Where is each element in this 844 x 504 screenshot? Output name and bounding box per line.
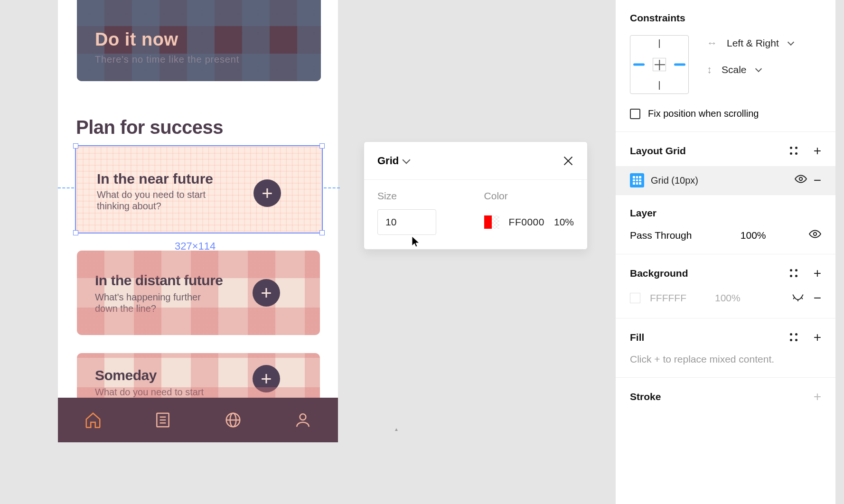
selection-handle-tl[interactable] (73, 143, 78, 149)
card-subtitle: What's happening further down the line? (95, 291, 218, 314)
background-title: Background (630, 268, 688, 279)
constraints-section: Constraints ↔ Left & Right ↕ Scale Fi (616, 0, 835, 132)
horizontal-arrow-icon: ↔ (707, 37, 717, 49)
remove-background-button[interactable]: − (814, 290, 821, 306)
card-subtitle: What do you need to start (95, 386, 204, 398)
grid-type-icon[interactable] (630, 173, 644, 187)
chevron-down-icon (755, 65, 761, 72)
background-opacity[interactable]: 100% (715, 292, 741, 304)
constraints-title: Constraints (630, 12, 821, 24)
selection-handle-br[interactable] (319, 230, 325, 235)
inspector-panel: Constraints ↔ Left & Right ↕ Scale Fi (615, 0, 835, 504)
horizontal-constraint-dropdown[interactable]: ↔ Left & Right (707, 37, 793, 49)
hero-title: Do it now (95, 29, 178, 50)
layer-section: Layer Pass Through 100% (616, 195, 835, 254)
hero-subtitle: There's no time like the present (95, 54, 239, 65)
visibility-icon[interactable] (809, 229, 821, 242)
remove-grid-button[interactable]: − (814, 173, 821, 188)
chevron-down-icon (403, 156, 411, 164)
grid-size-input[interactable] (377, 209, 436, 235)
vertical-constraint-dropdown[interactable]: ↕ Scale (707, 64, 793, 76)
globe-icon[interactable] (223, 410, 243, 430)
layer-title: Layer (630, 207, 821, 219)
background-section: Background + FFFFFF 100% − (616, 254, 835, 318)
list-icon[interactable] (153, 410, 173, 430)
background-styles-icon[interactable] (790, 269, 798, 278)
card-distant-future[interactable]: In the distant future What's happening f… (77, 251, 320, 335)
mouse-cursor (411, 235, 421, 248)
svg-point-3 (300, 414, 306, 420)
layout-grid-item[interactable]: Grid (10px) − (616, 166, 835, 195)
color-swatch[interactable] (484, 215, 499, 229)
card-near-future-selected[interactable]: In the near future What do you need to s… (75, 145, 323, 233)
card-subtitle: What do you need to start thinking about… (97, 189, 220, 212)
add-button[interactable]: + (253, 179, 281, 207)
vertical-arrow-icon: ↕ (707, 64, 712, 76)
grid-type-dropdown[interactable]: Grid (377, 155, 409, 167)
bottom-nav (58, 398, 338, 442)
fix-position-checkbox[interactable] (630, 109, 640, 119)
grid-styles-icon[interactable] (790, 147, 798, 155)
fill-title: Fill (630, 332, 644, 343)
layout-grid-section: Layout Grid + Grid (10px) − (616, 132, 835, 195)
selection-handle-tr[interactable] (319, 143, 325, 149)
card-title: In the near future (97, 171, 213, 187)
fill-section: Fill + Click + to replace mixed content. (616, 318, 835, 378)
svg-point-5 (814, 233, 817, 236)
color-hex[interactable]: FF0000 (509, 216, 544, 228)
grid-settings-popover: Grid Size Color FF0000 10% (364, 141, 588, 250)
constraints-diagram[interactable] (630, 35, 689, 94)
alignment-guide-right (324, 187, 340, 188)
add-fill-button[interactable]: + (814, 331, 821, 344)
color-label: Color (484, 190, 574, 202)
layout-grid-title: Layout Grid (630, 145, 686, 157)
card-title: In the distant future (95, 272, 223, 289)
layer-opacity[interactable]: 100% (741, 230, 766, 241)
blend-mode-dropdown[interactable]: Pass Through (630, 230, 697, 241)
fix-position-label: Fix position when scrolling (648, 108, 759, 119)
fill-mixed-hint: Click + to replace mixed content. (630, 354, 821, 365)
fill-styles-icon[interactable] (790, 333, 798, 342)
selection-handle-bl[interactable] (73, 230, 78, 235)
section-title: Plan for success (76, 117, 223, 138)
alignment-guide-left (58, 187, 74, 188)
add-button[interactable]: + (253, 365, 280, 392)
stroke-title: Stroke (630, 391, 661, 402)
background-hex[interactable]: FFFFFF (650, 292, 686, 304)
grid-item-label: Grid (10px) (651, 175, 788, 186)
hidden-icon[interactable] (792, 292, 804, 304)
card-title: Someday (95, 367, 157, 383)
design-canvas[interactable]: Do it now There's no time like the prese… (0, 0, 624, 504)
chevron-down-icon (788, 39, 794, 46)
hero-card: Do it now There's no time like the prese… (77, 0, 321, 81)
visibility-icon[interactable] (795, 174, 807, 187)
stroke-section: Stroke + (616, 378, 835, 416)
add-grid-button[interactable]: + (814, 144, 821, 158)
add-stroke-button[interactable]: + (814, 390, 821, 403)
home-icon[interactable] (83, 410, 103, 430)
size-label: Size (377, 190, 467, 202)
add-background-button[interactable]: + (814, 267, 821, 280)
background-swatch[interactable] (630, 293, 640, 303)
add-button[interactable]: + (253, 279, 280, 307)
close-icon[interactable] (563, 155, 574, 167)
svg-point-4 (799, 177, 802, 181)
color-opacity[interactable]: 10% (554, 216, 574, 228)
profile-icon[interactable] (293, 410, 313, 430)
panel-collapse-caret[interactable]: ▲ (394, 427, 402, 431)
